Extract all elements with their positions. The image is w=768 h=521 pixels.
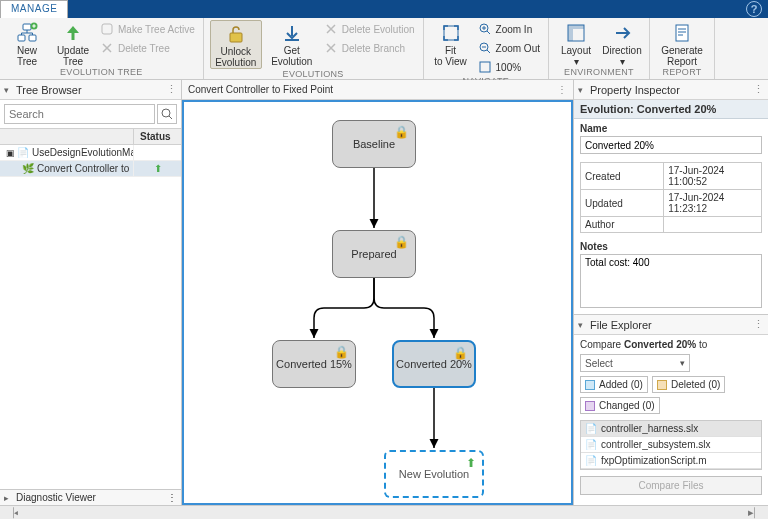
get-evolution-button[interactable]: Get Evolution: [266, 20, 318, 67]
zoom-in-button[interactable]: Zoom In: [476, 20, 542, 38]
svg-rect-6: [285, 39, 299, 41]
file-item-2[interactable]: 📄fxpOptimizationScript.m: [581, 453, 761, 469]
unlock-evolution-label: Unlock Evolution: [215, 46, 256, 68]
report-label: Generate Report: [661, 45, 703, 67]
row-updated: Updated17-Jun-2024 11:23:12: [581, 190, 762, 217]
notes-block: Notes: [574, 237, 768, 314]
search-row: [0, 100, 181, 128]
update-tree-button[interactable]: Update Tree: [52, 20, 94, 67]
svg-rect-12: [568, 25, 584, 29]
inspector-menu-icon[interactable]: ⋮: [753, 83, 764, 96]
created-label: Created: [581, 163, 664, 190]
zoom-in-icon: [478, 22, 492, 36]
inspector-subhead: Evolution: Converted 20%: [574, 100, 768, 119]
node-baseline[interactable]: 🔒Baseline: [332, 120, 416, 168]
search-icon[interactable]: [157, 104, 177, 124]
direction-label: Direction▾: [602, 45, 641, 67]
tab-manage[interactable]: MANAGE: [0, 0, 68, 18]
node-label: New Evolution: [399, 468, 469, 480]
tree-node-icon: 🌿: [22, 163, 34, 174]
node-label: Prepared: [351, 248, 396, 260]
svg-rect-0: [23, 24, 31, 30]
file-name: controller_subsystem.slx: [601, 439, 710, 450]
delete-tree-icon: [100, 41, 114, 55]
name-input[interactable]: [580, 136, 762, 154]
ribbon-group-evolutions: Unlock Evolution Get Evolution Delete Ev…: [204, 18, 424, 79]
diag-menu-icon[interactable]: ⋮: [167, 492, 177, 503]
changed-badge[interactable]: Changed (0): [580, 397, 660, 414]
tree-row-child[interactable]: 🌿Convert Controller to ⬆: [0, 161, 181, 177]
file-explorer-menu-icon[interactable]: ⋮: [753, 318, 764, 331]
arrow-up-icon: ⬆: [466, 456, 476, 470]
node-prepared[interactable]: 🔒Prepared: [332, 230, 416, 278]
new-tree-button[interactable]: New Tree: [6, 20, 48, 67]
delete-branch-icon: [324, 41, 338, 55]
changed-label: Changed (0): [599, 400, 655, 411]
delete-branch-label: Delete Branch: [342, 43, 405, 54]
compare-suffix: to: [696, 339, 707, 350]
deleted-label: Deleted (0): [671, 379, 720, 390]
compare-line: Compare Converted 20% to: [574, 335, 768, 354]
expander-icon[interactable]: ▣: [6, 148, 14, 158]
tree-browser-menu-icon[interactable]: ⋮: [166, 83, 177, 96]
statusbar: ⎹◂ ▸⎸: [0, 505, 768, 519]
report-icon: [671, 22, 693, 44]
group-label-report: REPORT: [656, 67, 708, 79]
tree-row-root[interactable]: ▣📄UseDesignEvolutionMan: [0, 145, 181, 161]
compare-files-button: Compare Files: [580, 476, 762, 495]
node-converted-15[interactable]: 🔒Converted 15%: [272, 340, 356, 388]
canvas-menu-icon[interactable]: ⋮: [557, 84, 567, 95]
select-row: Select ▾: [574, 354, 768, 376]
collapse-icon[interactable]: ▾: [578, 320, 588, 330]
status-up-icon: ⬆: [154, 163, 162, 174]
diagnostic-viewer-header[interactable]: ▸ Diagnostic Viewer ⋮: [0, 489, 181, 505]
deleted-swatch: [657, 380, 667, 390]
status-right-handle[interactable]: ▸⎸: [748, 506, 764, 519]
delete-evolution-button: Delete Evolution: [322, 20, 417, 38]
node-label: Baseline: [353, 138, 395, 150]
compare-select[interactable]: Select ▾: [580, 354, 690, 372]
svg-rect-10: [480, 62, 490, 72]
svg-rect-13: [568, 29, 573, 41]
get-evolution-label: Get Evolution: [271, 45, 312, 67]
status-left-handle[interactable]: ⎹◂: [4, 506, 18, 519]
zoom-100-button[interactable]: 100%: [476, 58, 542, 76]
zoom-100-label: 100%: [496, 62, 522, 73]
fit-view-icon: [440, 22, 462, 44]
name-field-block: Name: [574, 119, 768, 158]
deleted-badge[interactable]: Deleted (0): [652, 376, 725, 393]
help-icon[interactable]: ?: [746, 1, 762, 17]
node-converted-20[interactable]: 🔒Converted 20%: [392, 340, 476, 388]
notes-input[interactable]: [580, 254, 762, 308]
canvas[interactable]: 🔒Baseline 🔒Prepared 🔒Converted 15% 🔒Conv…: [182, 100, 573, 505]
folder-icon: 📄: [17, 147, 29, 158]
row-created: Created17-Jun-2024 11:00:52: [581, 163, 762, 190]
direction-button[interactable]: Direction▾: [601, 20, 643, 67]
layout-button[interactable]: Layout▾: [555, 20, 597, 67]
added-badge[interactable]: Added (0): [580, 376, 648, 393]
author-label: Author: [581, 217, 664, 233]
ribbon-group-evolution-tree: New Tree Update Tree Make Tree Active: [0, 18, 204, 79]
update-tree-label: Update Tree: [57, 45, 89, 67]
author-value: [664, 217, 762, 233]
collapse-icon[interactable]: ▾: [4, 85, 14, 95]
svg-rect-1: [18, 35, 25, 41]
fit-to-view-button[interactable]: Fit to View: [430, 20, 472, 67]
make-tree-active-button: Make Tree Active: [98, 20, 197, 38]
node-new-evolution[interactable]: ⬆New Evolution: [384, 450, 484, 498]
file-item-0[interactable]: 📄controller_harness.slx: [581, 421, 761, 437]
collapse-icon[interactable]: ▾: [578, 85, 588, 95]
inspector-title: Property Inspector: [590, 84, 753, 96]
ribbon-group-report: Generate Report REPORT: [650, 18, 715, 79]
file-item-1[interactable]: 📄controller_subsystem.slx: [581, 437, 761, 453]
delete-branch-button: Delete Branch: [322, 39, 417, 57]
zoom-out-button[interactable]: Zoom Out: [476, 39, 542, 57]
search-input[interactable]: [4, 104, 155, 124]
diag-collapse-icon[interactable]: ▸: [4, 493, 14, 503]
canvas-header: Convert Controller to Fixed Point ⋮: [182, 80, 573, 100]
unlock-evolution-button[interactable]: Unlock Evolution: [210, 20, 262, 69]
generate-report-button[interactable]: Generate Report: [656, 20, 708, 67]
new-tree-label: New Tree: [17, 45, 37, 67]
child-label: Convert Controller to: [37, 163, 129, 174]
ribbon-group-environment: Layout▾ Direction▾ ENVIRONMENT: [549, 18, 650, 79]
